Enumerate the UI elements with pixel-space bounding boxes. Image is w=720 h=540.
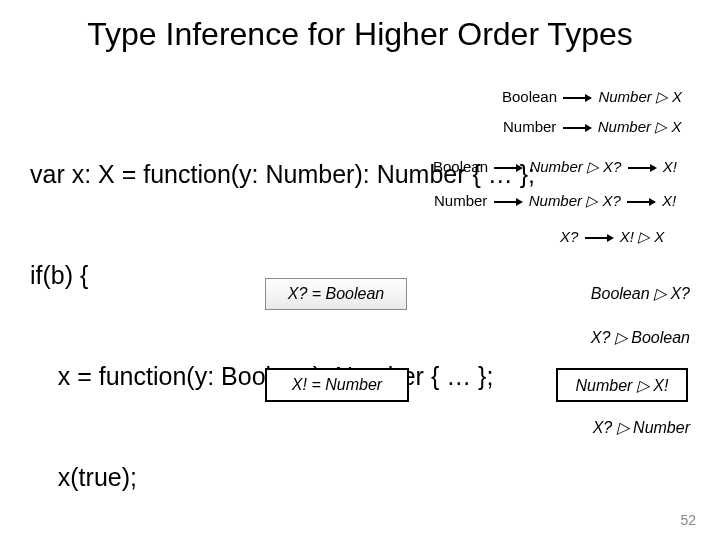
box-number-xb: Number ▷ X! xyxy=(556,368,688,402)
box-xb-label: X! = Number xyxy=(292,376,382,394)
ann-2-rhs: Number ▷ X xyxy=(598,118,682,135)
page-number: 52 xyxy=(680,512,696,528)
ann-1-rhs: Number ▷ X xyxy=(598,88,682,105)
annotation-5: X? X! ▷ X xyxy=(560,228,664,246)
ann-3-mid: Number ▷ X? xyxy=(529,158,621,175)
arrow-icon xyxy=(628,158,657,175)
annotation-2: Number Number ▷ X xyxy=(503,118,681,136)
page-title: Type Inference for Higher Order Types xyxy=(0,16,720,53)
box-xq-equals: X? = Boolean xyxy=(265,278,407,310)
ann-4-rhs: X! xyxy=(662,192,676,209)
ann-4-mid: Number ▷ X? xyxy=(529,192,621,209)
ann-1-lhs: Boolean xyxy=(502,88,557,105)
arrow-icon xyxy=(563,88,592,105)
arrow-icon xyxy=(585,228,614,245)
arrow-icon xyxy=(563,118,592,135)
right-boolean-xq: Boolean ▷ X? xyxy=(591,284,690,303)
slide: Type Inference for Higher Order Types va… xyxy=(0,0,720,540)
arrow-icon xyxy=(494,192,523,209)
arrow-icon xyxy=(494,158,523,175)
right-xq-boolean: X? ▷ Boolean xyxy=(591,328,690,347)
annotation-1: Boolean Number ▷ X xyxy=(502,88,682,106)
ann-3-lhs: Boolean xyxy=(433,158,488,175)
code-line-4: x(true); xyxy=(30,461,535,495)
ann-2-lhs: Number xyxy=(503,118,556,135)
box-number-xb-label: Number ▷ X! xyxy=(576,376,669,395)
annotation-3: Boolean Number ▷ X? X! xyxy=(433,158,677,176)
ann-3-rhs: X! xyxy=(663,158,677,175)
ann-4-lhs: Number xyxy=(434,192,487,209)
box-xb-equals: X! = Number xyxy=(265,368,409,402)
box-xq-label: X? = Boolean xyxy=(288,285,385,303)
annotation-4: Number Number ▷ X? X! xyxy=(434,192,676,210)
ann-5-lhs: X? xyxy=(560,228,578,245)
ann-5-rhs: X! ▷ X xyxy=(620,228,665,245)
right-xq-number: X? ▷ Number xyxy=(593,418,690,437)
arrow-icon xyxy=(627,192,656,209)
